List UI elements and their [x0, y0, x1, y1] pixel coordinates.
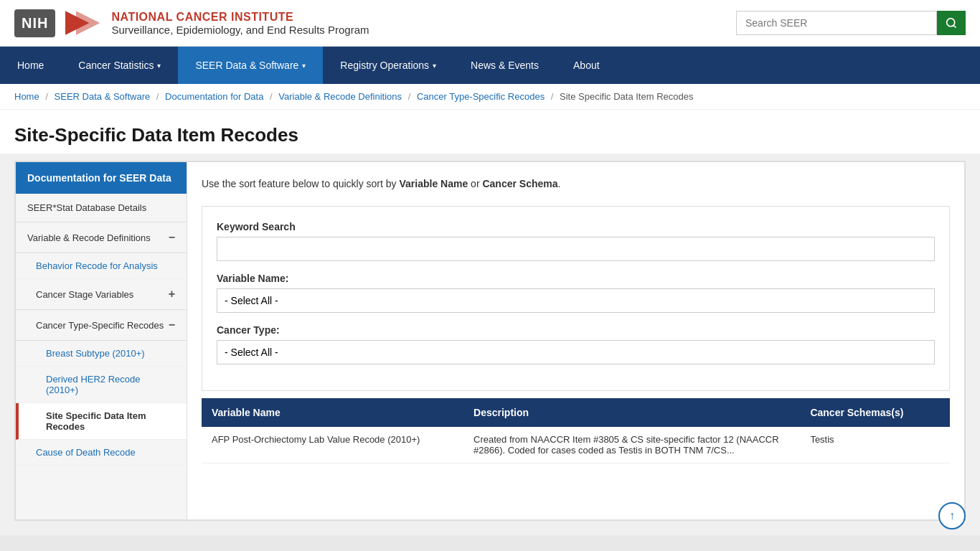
minus-icon: − — [169, 319, 175, 331]
sidebar-item-derived-her2[interactable]: Derived HER2 Recode (2010+) — [16, 367, 187, 403]
keyword-label: Keyword Search — [217, 221, 935, 232]
sidebar-header[interactable]: Documentation for SEER Data — [16, 162, 187, 194]
sidebar: Documentation for SEER Data SEER*Stat Da… — [15, 161, 187, 520]
keyword-input[interactable] — [217, 237, 935, 261]
sidebar-label: Site Specific Data Item Recodes — [46, 410, 146, 432]
sidebar-label: Derived HER2 Recode (2010+) — [46, 374, 141, 395]
arrow-graphic — [65, 9, 101, 37]
sidebar-label: Variable & Recode Definitions — [27, 232, 151, 243]
site-name: NATIONAL CANCER INSTITUTE Surveillance, … — [111, 11, 369, 36]
breadcrumb-sep: / — [408, 91, 411, 102]
table-row: AFP Post-Orchiectomy Lab Value Recode (2… — [202, 427, 950, 463]
bold-cancer-schema: Cancer Schema — [482, 178, 557, 189]
sidebar-label: Breast Subtype (2010+) — [46, 348, 145, 359]
search-button[interactable] — [937, 11, 966, 35]
site-header: NIH NATIONAL CANCER INSTITUTE Surveillan… — [0, 0, 980, 47]
variable-name-select[interactable]: - Select All - — [217, 288, 935, 313]
sidebar-item-seer-stat-db[interactable]: SEER*Stat Database Details — [16, 194, 187, 222]
page-title: Site-Specific Data Item Recodes — [0, 110, 980, 154]
sidebar-item-cancer-stage[interactable]: Cancer Stage Variables + — [16, 279, 187, 310]
caret-icon: ▾ — [157, 62, 161, 70]
breadcrumb-sep: / — [551, 91, 554, 102]
breadcrumb-var-recode[interactable]: Variable & Recode Definitions — [278, 91, 402, 102]
breadcrumb-cancer-type-recodes[interactable]: Cancer Type-Specific Recodes — [417, 91, 545, 102]
nih-logo: NIH — [14, 9, 55, 37]
main-wrapper: Documentation for SEER Data SEER*Stat Da… — [0, 154, 980, 535]
filter-form: Keyword Search Variable Name: - Select A… — [202, 206, 950, 391]
search-input[interactable] — [736, 11, 937, 35]
caret-icon: ▾ — [302, 62, 306, 70]
scroll-to-top-button[interactable]: ↑ — [938, 502, 966, 529]
table-header-row: Variable Name Description Cancer Schemas… — [202, 398, 950, 427]
caret-icon: ▾ — [433, 62, 436, 70]
table-cell-variable: AFP Post-Orchiectomy Lab Value Recode (2… — [202, 427, 463, 463]
col-header-cancer-schema: Cancer Schemas(s) — [800, 398, 950, 427]
cancer-type-label: Cancer Type: — [217, 324, 935, 336]
col-header-variable-name: Variable Name — [202, 398, 463, 427]
breadcrumb-sep: / — [270, 91, 273, 102]
cancer-type-select[interactable]: - Select All - — [217, 340, 935, 364]
sidebar-item-behavior-recode[interactable]: Behavior Recode for Analysis — [16, 253, 187, 279]
nav-news-events[interactable]: News & Events — [453, 47, 556, 84]
minus-icon: − — [169, 231, 175, 244]
sidebar-item-cancer-type-recodes[interactable]: Cancer Type-Specific Recodes − — [16, 310, 187, 341]
breadcrumb-current: Site Specific Data Item Recodes — [560, 91, 693, 102]
org-name-top: NATIONAL CANCER INSTITUTE — [111, 11, 369, 24]
results-table: Variable Name Description Cancer Schemas… — [202, 398, 950, 463]
breadcrumb-seer-data[interactable]: SEER Data & Software — [55, 91, 151, 102]
nav-registry-ops[interactable]: Registry Operations ▾ — [323, 47, 453, 84]
sidebar-item-breast-subtype[interactable]: Breast Subtype (2010+) — [16, 341, 187, 367]
main-content: Use the sort feature below to quickly so… — [187, 161, 965, 520]
breadcrumb-sep: / — [45, 91, 48, 102]
intro-text: Use the sort feature below to quickly so… — [202, 176, 950, 192]
breadcrumb-home[interactable]: Home — [14, 91, 39, 102]
keyword-search-group: Keyword Search — [217, 221, 935, 261]
main-nav: Home Cancer Statistics ▾ SEER Data & Sof… — [0, 47, 980, 84]
breadcrumb-doc-data[interactable]: Documentation for Data — [165, 91, 263, 102]
table-cell-schema: Testis — [800, 427, 950, 463]
sidebar-label: Cancer Type-Specific Recodes — [36, 320, 164, 331]
sidebar-item-cause-of-death[interactable]: Cause of Death Recode — [16, 440, 187, 466]
sidebar-item-site-specific[interactable]: Site Specific Data Item Recodes — [16, 403, 187, 440]
table-cell-description: Created from NAACCR Item #3805 & CS site… — [463, 427, 800, 463]
variable-name-label: Variable Name: — [217, 273, 935, 284]
nav-cancer-statistics[interactable]: Cancer Statistics ▾ — [61, 47, 178, 84]
variable-name-group: Variable Name: - Select All - — [217, 273, 935, 313]
breadcrumb: Home / SEER Data & Software / Documentat… — [0, 84, 980, 110]
bold-var-name: Variable Name — [399, 178, 468, 189]
svg-marker-1 — [76, 11, 100, 34]
sidebar-label: Cancer Stage Variables — [36, 289, 133, 300]
org-name-bottom: Surveillance, Epidemiology, and End Resu… — [111, 24, 369, 36]
plus-icon: + — [169, 288, 175, 301]
cancer-type-group: Cancer Type: - Select All - — [217, 324, 935, 364]
sidebar-item-var-recode-def[interactable]: Variable & Recode Definitions − — [16, 222, 187, 253]
search-area — [736, 11, 966, 35]
nav-about[interactable]: About — [556, 47, 617, 84]
inner-card: Documentation for SEER Data SEER*Stat Da… — [14, 161, 966, 521]
col-header-description: Description — [463, 398, 800, 427]
sidebar-label: Behavior Recode for Analysis — [36, 260, 158, 271]
sidebar-label: Cause of Death Recode — [36, 447, 136, 458]
nav-home[interactable]: Home — [0, 47, 61, 84]
breadcrumb-sep: / — [156, 91, 159, 102]
nav-seer-data[interactable]: SEER Data & Software ▾ — [178, 47, 323, 84]
sidebar-label: SEER*Stat Database Details — [27, 202, 146, 213]
logo-area: NIH NATIONAL CANCER INSTITUTE Surveillan… — [14, 9, 369, 37]
